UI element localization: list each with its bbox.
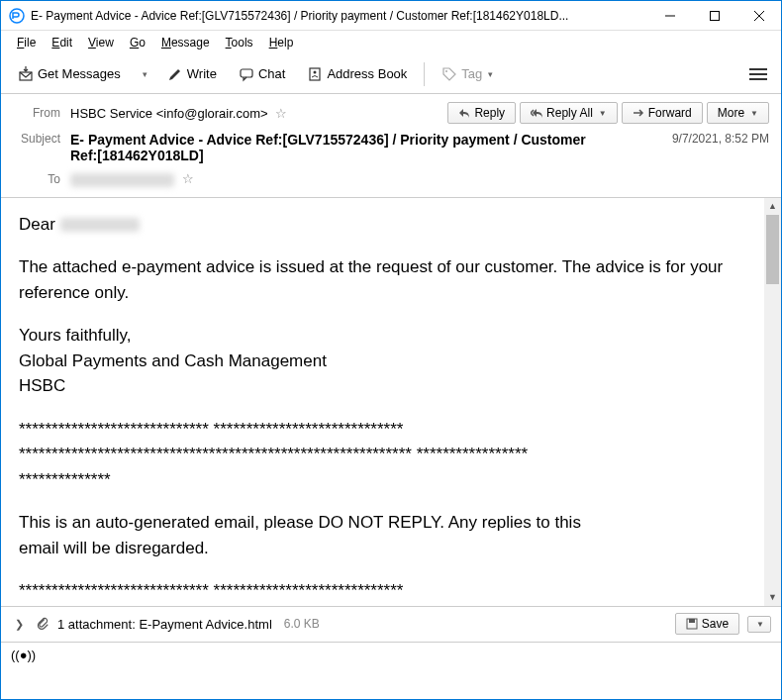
reply-all-icon xyxy=(531,107,542,119)
svg-rect-7 xyxy=(310,68,320,80)
download-icon xyxy=(18,66,34,82)
paperclip-icon xyxy=(36,616,49,633)
svg-rect-6 xyxy=(241,69,252,77)
body-sig2: Global Payments and Cash Management xyxy=(19,351,327,370)
body-p1: The attached e-payment advice is issued … xyxy=(19,254,746,305)
separator xyxy=(424,62,425,86)
body-sig1: Yours faithfully, xyxy=(19,326,131,345)
chat-icon xyxy=(239,66,254,82)
body-divider: ****************************************… xyxy=(19,445,528,463)
menu-tools[interactable]: Tools xyxy=(218,34,261,51)
toolbar: Get Messages ▾ Write Chat Address Book T… xyxy=(1,54,781,94)
forward-button[interactable]: Forward xyxy=(622,102,703,124)
recipient-redacted xyxy=(60,218,140,232)
minimize-button[interactable] xyxy=(647,1,692,31)
message-header: From HSBC Service <info@glorair.com> ☆ R… xyxy=(1,94,781,191)
menubar: File Edit View Go Message Tools Help xyxy=(1,31,781,54)
menu-view[interactable]: View xyxy=(80,34,122,51)
titlebar: E- Payment Advice - Advice Ref:[GLV71557… xyxy=(1,1,781,31)
svg-point-0 xyxy=(10,9,24,23)
chat-label: Chat xyxy=(258,66,285,81)
to-value-redacted xyxy=(70,173,174,187)
hamburger-button[interactable] xyxy=(743,59,773,89)
attachment-bar: ❯ 1 attachment: E-Payment Advice.html 6.… xyxy=(1,606,781,642)
from-value[interactable]: HSBC Service <info@glorair.com> xyxy=(70,106,268,121)
scroll-down-icon[interactable]: ▼ xyxy=(764,589,781,606)
attachment-label[interactable]: 1 attachment: E-Payment Advice.html xyxy=(57,617,272,632)
get-messages-label: Get Messages xyxy=(38,66,121,81)
reply-icon xyxy=(458,107,470,119)
subject-label: Subject xyxy=(13,132,70,146)
save-icon xyxy=(686,618,698,630)
message-body: Dear The attached e-payment advice is is… xyxy=(1,198,764,606)
more-button[interactable]: More ▼ xyxy=(707,102,769,124)
write-button[interactable]: Write xyxy=(158,61,226,87)
body-p3: email will be disregarded. xyxy=(19,539,209,557)
reply-all-button[interactable]: Reply All ▼ xyxy=(520,102,618,124)
vertical-scrollbar[interactable]: ▲ ▼ xyxy=(764,198,781,606)
attachment-size: 6.0 KB xyxy=(284,617,320,631)
menu-go[interactable]: Go xyxy=(122,34,153,51)
svg-point-8 xyxy=(314,70,317,73)
maximize-button[interactable] xyxy=(692,1,736,31)
chevron-right-icon[interactable]: ❯ xyxy=(11,618,28,631)
tag-button[interactable]: Tag ▾ xyxy=(433,61,502,87)
forward-icon xyxy=(633,107,644,119)
svg-rect-11 xyxy=(689,619,695,623)
get-messages-dropdown[interactable]: ▾ xyxy=(134,64,154,84)
body-sig3: HSBC xyxy=(19,376,65,395)
body-divider: ***************************** **********… xyxy=(19,581,403,600)
save-dropdown[interactable]: ▼ xyxy=(747,616,771,633)
close-button[interactable] xyxy=(736,1,781,31)
to-label: To xyxy=(13,172,70,186)
scroll-thumb[interactable] xyxy=(766,215,779,284)
reply-button[interactable]: Reply xyxy=(447,102,516,124)
scroll-up-icon[interactable]: ▲ xyxy=(764,198,781,215)
menu-help[interactable]: Help xyxy=(261,34,302,51)
menu-file[interactable]: File xyxy=(9,34,44,51)
from-label: From xyxy=(13,106,70,120)
address-book-icon xyxy=(307,66,323,82)
menu-message[interactable]: Message xyxy=(153,34,218,51)
statusbar: ((●)) xyxy=(1,642,781,667)
star-icon[interactable]: ☆ xyxy=(275,106,287,121)
menu-edit[interactable]: Edit xyxy=(44,34,80,51)
star-icon[interactable]: ☆ xyxy=(182,171,194,186)
date-value: 9/7/2021, 8:52 PM xyxy=(660,132,769,146)
activity-icon[interactable]: ((●)) xyxy=(11,648,36,662)
app-icon xyxy=(9,8,25,24)
pencil-icon xyxy=(167,66,183,82)
message-body-wrap: Dear The attached e-payment advice is is… xyxy=(1,197,781,606)
svg-point-9 xyxy=(445,70,447,72)
tag-label: Tag xyxy=(461,66,482,81)
write-label: Write xyxy=(187,66,217,81)
body-divider: ************** xyxy=(19,470,111,489)
address-book-label: Address Book xyxy=(327,66,407,81)
body-p2: This is an auto-generated email, please … xyxy=(19,513,581,532)
svg-rect-2 xyxy=(710,11,719,20)
tag-icon xyxy=(441,66,457,82)
window-title: E- Payment Advice - Advice Ref:[GLV71557… xyxy=(31,9,647,23)
save-button[interactable]: Save xyxy=(675,613,739,635)
address-book-button[interactable]: Address Book xyxy=(298,61,416,87)
body-greeting: Dear xyxy=(19,215,60,234)
subject-value: E- Payment Advice - Advice Ref:[GLV71557… xyxy=(70,132,595,163)
get-messages-button[interactable]: Get Messages xyxy=(9,61,130,87)
chat-button[interactable]: Chat xyxy=(230,61,294,87)
body-divider: ***************************** **********… xyxy=(19,420,403,439)
